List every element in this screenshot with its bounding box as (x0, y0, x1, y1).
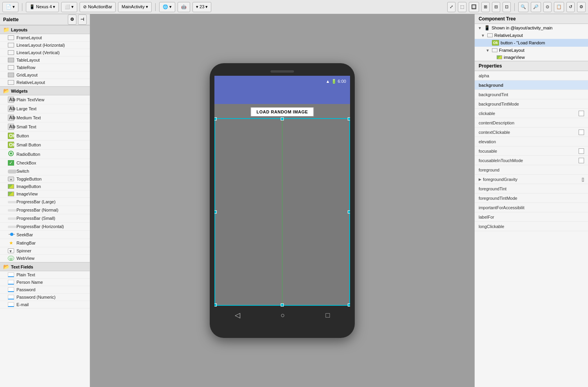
prop-context-clickable[interactable]: contextClickable (475, 128, 588, 137)
prop-foreground-tint-name: foregroundTint (479, 186, 584, 191)
item-person-name[interactable]: Person Name (0, 279, 90, 286)
item-checkbox[interactable]: ✓ CheckBox (0, 159, 90, 167)
item-plain-textview[interactable]: Ab Plain TextView (0, 95, 90, 104)
item-switch[interactable]: Switch (0, 167, 90, 175)
handle-bot-left[interactable] (214, 303, 217, 307)
prop-context-clickable-checkbox[interactable] (579, 130, 584, 135)
item-linear-v[interactable]: LinearLayout (Vertical) (0, 49, 90, 57)
file-icon-btn[interactable]: 📋 (554, 2, 564, 12)
load-random-btn[interactable]: LOAD RANDOM IMAGE (250, 107, 314, 117)
tree-item-imageview[interactable]: imageView (475, 54, 588, 61)
prop-clickable-checkbox[interactable] (579, 111, 584, 116)
prop-alpha[interactable]: alpha (475, 71, 588, 80)
item-radio-button[interactable]: RadioButton (0, 150, 90, 159)
item-progress-small[interactable]: ProgressBar (Small) (0, 214, 90, 223)
zoom-all-btn[interactable]: ⊞ (481, 2, 490, 12)
prop-background[interactable]: background (475, 80, 588, 90)
item-image-button[interactable]: ImageButton (0, 183, 90, 190)
android-version-btn[interactable]: ▾ 23 ▾ (192, 2, 211, 12)
prop-focusable-touch-checkbox[interactable] (579, 158, 584, 163)
prop-focusable-checkbox[interactable] (579, 148, 584, 154)
prop-long-clickable[interactable]: longClickable (475, 222, 588, 231)
prop-clickable[interactable]: clickable (475, 109, 588, 118)
handle-mid-left[interactable] (214, 210, 217, 214)
category-widgets[interactable]: 📂 Widgets (0, 86, 90, 95)
zoom-custom-btn[interactable]: ⊡ (503, 2, 511, 12)
refresh-btn[interactable]: ↺ (566, 2, 575, 12)
new-file-btn[interactable]: 📄 ▾ (2, 2, 18, 12)
prop-foreground[interactable]: foreground (475, 165, 588, 175)
item-password-numeric[interactable]: Password (Numeric) (0, 294, 90, 301)
zoom-panel-btn[interactable]: ⊟ (492, 2, 500, 12)
tf-email-icon (8, 302, 14, 307)
home-btn[interactable]: ○ (281, 311, 285, 319)
tree-item-button[interactable]: Ok button - "Load Random (475, 39, 588, 47)
prop-elevation[interactable]: elevation (475, 137, 588, 146)
prop-important-accessibility[interactable]: importantForAccessibilit (475, 203, 588, 212)
item-relative-layout[interactable]: RelativeLayout (0, 79, 90, 86)
item-seekbar[interactable]: SeekBar (0, 231, 90, 239)
device-selector[interactable]: 📱 Nexus 4 ▾ (26, 2, 59, 12)
layout-type-btn[interactable]: ⬜ ▾ (61, 2, 77, 12)
item-medium-text[interactable]: Ab Medium Text (0, 113, 90, 122)
handle-top-left[interactable] (214, 117, 217, 120)
item-toggle-button[interactable]: ▪ ToggleButton (0, 175, 90, 183)
item-plain-text[interactable]: Plain Text (0, 271, 90, 279)
item-progress-horiz[interactable]: ProgressBar (Horizontal) (0, 223, 90, 231)
handle-mid-right[interactable] (348, 210, 350, 214)
item-image-view[interactable]: ImageView (0, 190, 90, 198)
item-large-text[interactable]: Ab Large Text (0, 104, 90, 113)
item-progress-normal[interactable]: ProgressBar (Normal) (0, 206, 90, 214)
prog-small-icon (8, 215, 14, 221)
prop-focusable[interactable]: focusable (475, 146, 588, 156)
handle-bot-center[interactable] (281, 303, 284, 307)
item-password[interactable]: Password (0, 286, 90, 294)
handle-top-center[interactable] (281, 117, 284, 120)
item-frame-layout[interactable]: FrameLayout (0, 34, 90, 42)
item-table-row[interactable]: TableRow (0, 64, 90, 71)
prop-label-for[interactable]: labelFor (475, 212, 588, 222)
android-icon-btn[interactable]: 🤖 (178, 2, 190, 12)
layout-icon: ⬜ (65, 4, 70, 9)
recents-btn[interactable]: □ (325, 311, 330, 319)
zoom-fit-btn[interactable]: ⤢ (447, 2, 456, 12)
palette-settings-btn[interactable]: ⚙ (68, 15, 76, 25)
item-spinner[interactable]: ▾ Spinner (0, 247, 90, 255)
category-layouts[interactable]: 📁 Layouts (0, 25, 90, 34)
item-webview[interactable]: w WebView (0, 255, 90, 262)
palette-filter-btn[interactable]: ⊣ (78, 15, 87, 25)
zoom-in-btn[interactable]: 🔍 (518, 2, 528, 12)
item-progress-large[interactable]: ProgressBar (Large) (0, 198, 90, 206)
main-activity-btn[interactable]: MainActivity ▾ (118, 2, 152, 12)
tree-item-relative[interactable]: ▼ RelativeLayout (475, 32, 588, 39)
no-action-bar-btn[interactable]: ⊘ NoActionBar (80, 2, 116, 12)
item-table-layout[interactable]: TableLayout (0, 57, 90, 64)
item-button[interactable]: Ok Button (0, 131, 90, 141)
zoom-actual-btn[interactable]: ⊙ (543, 2, 552, 12)
prop-focusable-touch[interactable]: focusableInTouchMode (475, 156, 588, 165)
back-btn[interactable]: ◁ (235, 311, 240, 319)
prop-foreground-gravity[interactable]: ▶ foregroundGravity [] (475, 175, 588, 184)
item-small-button[interactable]: Ok Small Button (0, 141, 90, 150)
prop-background-tint-mode[interactable]: backgroundTintMode (475, 99, 588, 109)
tree-item-shown[interactable]: ▼ 📱 Shown in @layout/activity_main (475, 24, 588, 32)
item-small-text[interactable]: Ab Small Text (0, 122, 90, 131)
tree-item-framelayout[interactable]: ▼ FrameLayout (475, 47, 588, 54)
zoom-out-btn[interactable]: 🔎 (531, 2, 541, 12)
zoom-select-btn[interactable]: ⬚ (458, 2, 466, 12)
prop-foreground-tint[interactable]: foregroundTint (475, 184, 588, 194)
item-ratingbar[interactable]: ★ RatingBar (0, 239, 90, 247)
category-textfields[interactable]: 📂 Text Fields (0, 262, 90, 271)
handle-top-right[interactable] (348, 117, 350, 120)
prop-background-tint[interactable]: backgroundTint (475, 90, 588, 99)
item-grid-layout[interactable]: GridLayout (0, 71, 90, 79)
zoom-mode-btn[interactable]: 🔲 (469, 2, 479, 12)
prop-foreground-tint-mode[interactable]: foregroundTintMode (475, 194, 588, 203)
settings-btn[interactable]: ⚙ (577, 2, 586, 12)
prop-content-desc[interactable]: contentDescription (475, 118, 588, 128)
handle-bot-right[interactable] (348, 303, 350, 307)
locale-btn[interactable]: 🌐 ▾ (159, 2, 175, 12)
item-email[interactable]: E-mail (0, 301, 90, 309)
item-linear-h[interactable]: LinearLayout (Horizontal) (0, 42, 90, 49)
phone-content[interactable]: LOAD RANDOM IMAGE (214, 104, 350, 306)
